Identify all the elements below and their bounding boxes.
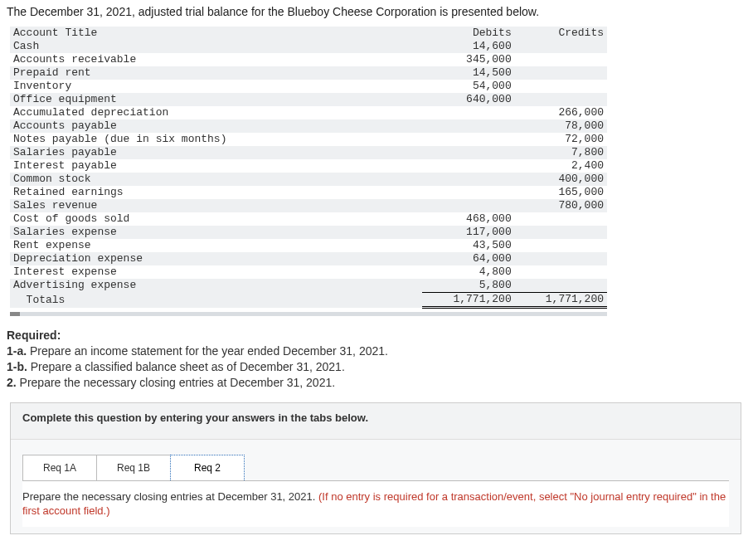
table-row: Interest payable2,400: [10, 159, 607, 173]
debit-cell: 14,500: [422, 66, 514, 80]
totals-debit: 1,771,200: [422, 293, 514, 308]
account-cell: Salaries payable: [10, 146, 422, 159]
credit-cell: 266,000: [515, 106, 607, 119]
account-cell: Retained earnings: [10, 186, 422, 199]
credit-cell: [515, 252, 607, 265]
credit-cell: 72,000: [515, 133, 607, 146]
debit-cell: [422, 173, 514, 186]
account-cell: Accounts payable: [10, 119, 422, 133]
account-cell: Interest payable: [10, 159, 422, 173]
tab-content-req-2: Prepare the necessary closing entries at…: [22, 480, 729, 527]
account-cell: Salaries expense: [10, 226, 422, 239]
table-row: Notes payable (due in six months)72,000: [10, 133, 607, 146]
account-cell: Rent expense: [10, 239, 422, 252]
debit-cell: [422, 106, 514, 119]
req-1a-num: 1-a.: [7, 344, 27, 358]
req-1a-text: Prepare an income statement for the year…: [27, 344, 388, 358]
req-1a: 1-a. Prepare an income statement for the…: [7, 343, 746, 359]
complete-instruction: Complete this question by entering your …: [11, 403, 741, 440]
required-heading: Required:: [7, 328, 746, 343]
credit-cell: [515, 212, 607, 226]
debit-cell: 4,800: [422, 265, 514, 279]
credit-cell: [515, 40, 607, 53]
tab-row: Req 1A Req 1B Req 2: [11, 440, 741, 480]
table-row: Office equipment640,000: [10, 93, 607, 106]
debit-cell: [422, 186, 514, 199]
account-cell: Prepaid rent: [10, 66, 422, 80]
account-cell: Advertising expense: [10, 279, 422, 293]
credit-cell: 2,400: [515, 159, 607, 173]
credit-cell: [515, 239, 607, 252]
account-cell: Sales revenue: [10, 199, 422, 212]
account-cell: Inventory: [10, 80, 422, 93]
tab-req-1a[interactable]: Req 1A: [22, 455, 97, 480]
tab-req-2[interactable]: Req 2: [170, 455, 245, 480]
account-cell: Depreciation expense: [10, 252, 422, 265]
req-2-text: Prepare the necessary closing entries at…: [17, 376, 335, 389]
debit-cell: [422, 119, 514, 133]
table-row: Accounts receivable345,000: [10, 53, 607, 66]
table-row: Rent expense43,500: [10, 239, 607, 252]
credit-cell: [515, 80, 607, 93]
tb-header-row: Account Title Debits Credits: [10, 27, 607, 40]
tab-req-1b[interactable]: Req 1B: [96, 455, 171, 480]
req-1b: 1-b. Prepare a classified balance sheet …: [7, 359, 746, 375]
credit-cell: 7,800: [515, 146, 607, 159]
table-row: Depreciation expense64,000: [10, 252, 607, 265]
table-row: Cost of goods sold468,000: [10, 212, 607, 226]
col-debits: Debits: [422, 27, 514, 40]
account-cell: Accounts receivable: [10, 53, 422, 66]
account-cell: Common stock: [10, 173, 422, 186]
credit-cell: [515, 93, 607, 106]
debit-cell: [422, 159, 514, 173]
totals-label: Totals: [10, 293, 422, 308]
account-cell: Interest expense: [10, 265, 422, 279]
horizontal-scrollbar[interactable]: [10, 312, 607, 316]
debit-cell: 117,000: [422, 226, 514, 239]
table-row: Accounts payable78,000: [10, 119, 607, 133]
scrollbar-thumb[interactable]: [10, 312, 20, 316]
answer-tabs-container: Complete this question by entering your …: [10, 402, 741, 534]
table-row: Retained earnings165,000: [10, 186, 607, 199]
req-1b-text: Prepare a classified balance sheet as of…: [27, 360, 345, 373]
account-cell: Office equipment: [10, 93, 422, 106]
req2-instruction: Prepare the necessary closing entries at…: [22, 490, 318, 503]
col-credits: Credits: [515, 27, 607, 40]
debit-cell: 14,600: [422, 40, 514, 53]
table-row: Interest expense4,800: [10, 265, 607, 279]
table-row: Inventory54,000: [10, 80, 607, 93]
debit-cell: [422, 146, 514, 159]
table-row: Salaries expense117,000: [10, 226, 607, 239]
debit-cell: 54,000: [422, 80, 514, 93]
credit-cell: [515, 66, 607, 80]
debit-cell: 468,000: [422, 212, 514, 226]
intro-text: The December 31, 2021, adjusted trial ba…: [7, 5, 746, 18]
credit-cell: [515, 265, 607, 279]
required-block: Required: 1-a. Prepare an income stateme…: [7, 328, 746, 391]
tb-totals-row: Totals 1,771,200 1,771,200: [10, 293, 607, 308]
debit-cell: 5,800: [422, 279, 514, 293]
debit-cell: [422, 199, 514, 212]
credit-cell: 165,000: [515, 186, 607, 199]
debit-cell: 43,500: [422, 239, 514, 252]
table-row: Cash14,600: [10, 40, 607, 53]
debit-cell: 640,000: [422, 93, 514, 106]
credit-cell: [515, 226, 607, 239]
credit-cell: 400,000: [515, 173, 607, 186]
debit-cell: 64,000: [422, 252, 514, 265]
col-account: Account Title: [10, 27, 422, 40]
table-row: Common stock400,000: [10, 173, 607, 186]
account-cell: Cost of goods sold: [10, 212, 422, 226]
req-2-num: 2.: [7, 376, 17, 389]
account-cell: Accumulated depreciation: [10, 106, 422, 119]
credit-cell: 780,000: [515, 199, 607, 212]
table-row: Accumulated depreciation266,000: [10, 106, 607, 119]
debit-cell: [422, 133, 514, 146]
req-1b-num: 1-b.: [7, 360, 27, 373]
debit-cell: 345,000: [422, 53, 514, 66]
credit-cell: 78,000: [515, 119, 607, 133]
req-2: 2. Prepare the necessary closing entries…: [7, 375, 746, 391]
totals-credit: 1,771,200: [515, 293, 607, 308]
account-cell: Cash: [10, 40, 422, 53]
trial-balance-table: Account Title Debits Credits Cash14,600A…: [10, 27, 607, 309]
